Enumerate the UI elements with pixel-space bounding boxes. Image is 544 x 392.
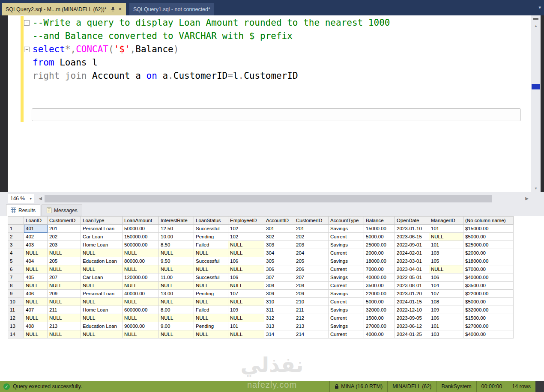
grid-cell[interactable]: Education Loan (81, 257, 123, 265)
grid-cell[interactable]: NULL (123, 282, 159, 290)
grid-cell[interactable]: NULL (194, 249, 228, 257)
grid-cell[interactable]: NULL (194, 298, 228, 306)
grid-cell[interactable]: Savings (329, 290, 364, 298)
grid-cell[interactable]: 3500.00 (364, 282, 395, 290)
grid-cell[interactable]: Pending (194, 322, 228, 330)
grid-cell[interactable]: 304 (264, 249, 294, 257)
grid-cell[interactable]: NULL (48, 265, 81, 273)
grid-cell[interactable]: 213 (294, 322, 329, 330)
grid-cell[interactable]: NULL (81, 298, 123, 306)
grid-cell[interactable]: 22000.00 (364, 290, 395, 298)
grid-cell[interactable]: 25000.00 (364, 241, 395, 249)
grid-cell[interactable]: Pending (194, 290, 228, 298)
splitter-handle[interactable] (531, 15, 541, 22)
grid-cell[interactable]: $40000.00 (463, 273, 514, 282)
grid-cell[interactable]: 404 (24, 257, 48, 265)
grid-cell[interactable]: $3500.00 (463, 282, 514, 290)
row-number-cell[interactable]: 2 (8, 233, 24, 241)
grid-cell[interactable]: 32000.00 (364, 306, 395, 314)
grid-cell[interactable]: 403 (24, 241, 48, 249)
grid-cell[interactable]: $15000.00 (463, 225, 514, 233)
grid-cell[interactable]: 210 (294, 298, 329, 306)
grid-cell[interactable]: NULL (228, 241, 264, 249)
grid-cell[interactable]: Successful (194, 273, 228, 282)
chevron-down-icon[interactable]: ▾ (538, 5, 541, 10)
tab-messages[interactable]: Messages (42, 205, 82, 216)
grid-cell[interactable]: 90000.00 (123, 322, 159, 330)
grid-cell[interactable]: NULL (228, 282, 264, 290)
grid-cell[interactable]: 2022-09-01 (395, 241, 429, 249)
grid-cell[interactable]: 213 (48, 322, 81, 330)
grid-cell[interactable]: Current (329, 282, 364, 290)
grid-cell[interactable]: NULL (429, 265, 463, 273)
grid-cell[interactable]: 27000.00 (364, 322, 395, 330)
grid-cell[interactable]: $25000.00 (463, 241, 514, 249)
sql-editor[interactable]: --Write a query to display Loan Amount r… (8, 15, 531, 192)
grid-cell[interactable]: 306 (264, 265, 294, 273)
empty-text-box[interactable] (32, 108, 521, 121)
grid-cell[interactable]: 101 (429, 322, 463, 330)
grid-cell[interactable]: 106 (429, 314, 463, 322)
grid-cell[interactable]: 109 (429, 306, 463, 314)
grid-cell[interactable]: Current (329, 249, 364, 257)
grid-cell[interactable]: 205 (294, 257, 329, 265)
column-header[interactable]: LoanStatus (194, 217, 228, 225)
grid-cell[interactable]: $5000.00 (463, 233, 514, 241)
grid-cell[interactable]: 312 (264, 314, 294, 322)
grid-cell[interactable]: NULL (123, 314, 159, 322)
grid-cell[interactable]: NULL (123, 298, 159, 306)
grid-cell[interactable]: 101 (228, 322, 264, 330)
scroll-down-arrow[interactable]: ▾ (531, 185, 541, 191)
grid-cell[interactable]: Savings (329, 225, 364, 233)
grid-cell[interactable]: 314 (264, 330, 294, 339)
grid-cell[interactable]: 4000.00 (364, 330, 395, 339)
tab-sqlquery1[interactable]: SQLQuery1.sql - not connected* (129, 3, 214, 15)
grid-cell[interactable]: NULL (81, 282, 123, 290)
column-header[interactable]: AccountID (264, 217, 294, 225)
grid-cell[interactable]: Savings (329, 306, 364, 314)
grid-cell[interactable]: 9.00 (159, 322, 194, 330)
grid-cell[interactable]: 211 (294, 306, 329, 314)
grid-cell[interactable]: 203 (294, 241, 329, 249)
grid-cell[interactable]: 106 (228, 273, 264, 282)
grid-cell[interactable]: NULL (159, 265, 194, 273)
grid-cell[interactable]: 102 (228, 233, 264, 241)
grid-cell[interactable]: 106 (429, 273, 463, 282)
grid-cell[interactable]: NULL (48, 298, 81, 306)
grid-cell[interactable]: 405 (24, 273, 48, 282)
grid-cell[interactable]: 211 (48, 306, 81, 314)
grid-cell[interactable]: NULL (123, 249, 159, 257)
grid-cell[interactable]: NULL (123, 265, 159, 273)
grid-cell[interactable]: NULL (81, 265, 123, 273)
column-header[interactable]: LoanType (81, 217, 123, 225)
grid-cell[interactable]: 308 (264, 282, 294, 290)
scroll-right-arrow[interactable]: ▶ (523, 195, 530, 202)
row-number-cell[interactable]: 4 (8, 249, 24, 257)
grid-cell[interactable]: NULL (123, 330, 159, 339)
grid-cell[interactable]: 102 (228, 225, 264, 233)
row-number-cell[interactable]: 3 (8, 241, 24, 249)
grid-cell[interactable]: 406 (24, 290, 48, 298)
grid-cell[interactable]: NULL (194, 265, 228, 273)
grid-cell[interactable]: 107 (228, 290, 264, 298)
grid-cell[interactable]: Home Loan (81, 241, 123, 249)
column-header[interactable]: InterestRate (159, 217, 194, 225)
column-header[interactable]: OpenDate (395, 217, 429, 225)
grid-cell[interactable]: Current (329, 330, 364, 339)
row-number-cell[interactable]: 14 (8, 330, 24, 339)
editor-vertical-scrollbar[interactable]: ▴ ▾ (531, 15, 541, 192)
close-icon[interactable]: ✕ (118, 6, 122, 12)
grid-cell[interactable]: 313 (264, 322, 294, 330)
grid-cell[interactable]: Failed (194, 241, 228, 249)
grid-cell[interactable]: Successful (194, 225, 228, 233)
zoom-level-select[interactable]: 146 % ▾ (8, 194, 34, 203)
row-number-cell[interactable]: 1 (8, 225, 24, 233)
grid-cell[interactable]: 106 (228, 257, 264, 265)
grid-cell[interactable]: 2023-01-10 (395, 225, 429, 233)
grid-cell[interactable]: 2023-06-12 (395, 322, 429, 330)
grid-cell[interactable]: NULL (24, 282, 48, 290)
grid-cell[interactable]: NULL (228, 298, 264, 306)
grid-cell[interactable]: 7000.00 (364, 265, 395, 273)
grid-cell[interactable]: $32000.00 (463, 306, 514, 314)
grid-cell[interactable]: NULL (81, 249, 123, 257)
